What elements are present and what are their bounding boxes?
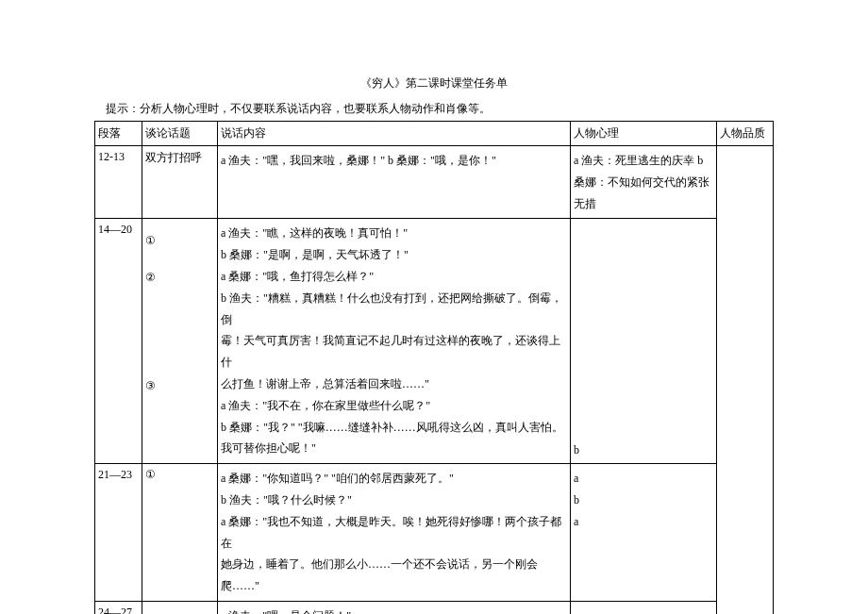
table-row: 24—27 a 渔夫："嗯，是个问题！" a 渔夫："嗯，你看怎么办？得把他们抱… [95,601,774,614]
cell-psych: a b a [571,464,717,602]
cell-content: a 渔夫："嘿，我回来啦，桑娜！" b 桑娜："哦，是你！" [218,146,571,219]
cell-topic: 双方打招呼 [142,146,218,219]
cell-para: 21—23 [95,464,142,602]
table-row: 14—20 ① ② ③ a 渔夫："瞧，这样的夜晚！真可怕！" b 桑娜："是啊… [95,219,774,464]
header-psych: 人物心理 [571,122,717,146]
table-header-row: 段落 谈论话题 说话内容 人物心理 人物品质 [95,122,774,146]
cell-para: 24—27 [95,601,142,614]
hint-text: 提示：分析人物心理时，不仅要联系说话内容，也要联系人物动作和肖像等。 [94,101,774,117]
cell-psych: a 渔夫：死里逃生的庆幸 b 桑娜：不知如何交代的紧张无措 [571,146,717,219]
cell-topic: ① [142,464,218,602]
cell-psych: aa ab [571,601,717,614]
cell-psych: b [571,219,717,464]
document-title: 《穷人》第二课时课堂任务单 [94,75,774,91]
cell-topic: ① ② ③ [142,219,218,464]
cell-para: 14—20 [95,219,142,464]
table-row: 21—23 ① a 桑娜："你知道吗？" "咱们的邻居西蒙死了。" b 渔夫："… [95,464,774,602]
cell-content: a 渔夫："瞧，这样的夜晚！真可怕！" b 桑娜："是啊，是啊，天气坏透了！" … [218,219,571,464]
cell-quality [717,146,774,615]
cell-content: a 桑娜："你知道吗？" "咱们的邻居西蒙死了。" b 渔夫："哦？什么时候？"… [218,464,571,602]
cell-topic [142,601,218,614]
header-content: 说话内容 [218,122,571,146]
task-table: 段落 谈论话题 说话内容 人物心理 人物品质 12-13 双方打招呼 a 渔夫：… [94,121,774,614]
header-quality: 人物品质 [717,122,774,146]
table-row: 12-13 双方打招呼 a 渔夫："嘿，我回来啦，桑娜！" b 桑娜："哦，是你… [95,146,774,219]
cell-content: a 渔夫："嗯，是个问题！" a 渔夫："嗯，你看怎么办？得把他们抱来，同死人呆… [218,601,571,614]
header-topic: 谈论话题 [142,122,218,146]
header-para: 段落 [95,122,142,146]
cell-para: 12-13 [95,146,142,219]
